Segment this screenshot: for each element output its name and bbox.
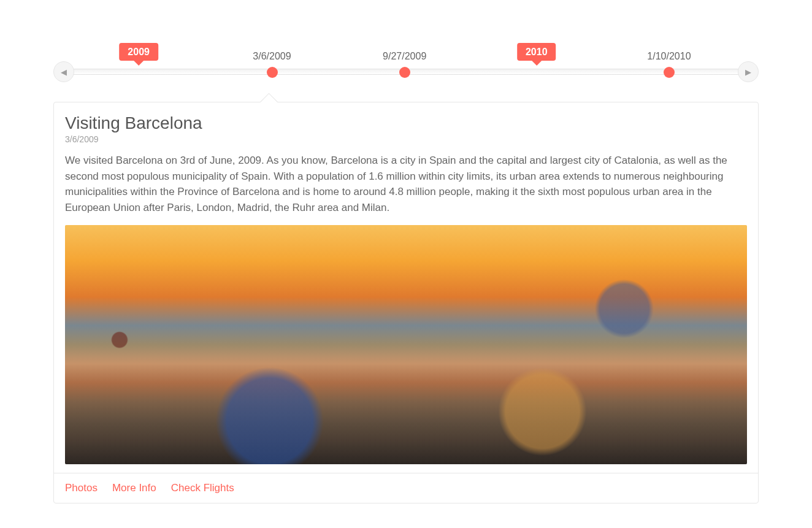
event-card: Visiting Barcelona 3/6/2009 We visited B… bbox=[53, 102, 759, 503]
timeline-event-label: 3/6/2009 bbox=[236, 50, 309, 62]
event-date: 3/6/2009 bbox=[65, 134, 747, 144]
chevron-left-icon: ◀ bbox=[61, 67, 67, 77]
timeline-year-flag: 2010 bbox=[517, 43, 556, 61]
event-description: We visited Barcelona on 3rd of June, 200… bbox=[65, 153, 747, 215]
timeline-event-dot bbox=[399, 67, 410, 78]
timeline-event-dot bbox=[267, 67, 278, 78]
timeline-next-button[interactable]: ▶ bbox=[738, 61, 759, 82]
photos-link[interactable]: Photos bbox=[65, 482, 98, 494]
timeline-event-label: 1/10/2010 bbox=[632, 50, 706, 62]
more-info-link[interactable]: More Info bbox=[112, 482, 156, 494]
timeline-event-dot bbox=[664, 67, 675, 78]
timeline-event[interactable]: 3/6/2009 bbox=[236, 25, 309, 78]
event-image bbox=[65, 225, 747, 464]
timeline-flag-label: 2010 bbox=[526, 47, 548, 57]
event-title: Visiting Barcelona bbox=[65, 113, 747, 133]
timeline: ◀ 2009 2010 3/6/2009 9/27/2009 1/10/2010… bbox=[53, 25, 759, 71]
check-flights-link[interactable]: Check Flights bbox=[171, 482, 234, 494]
event-actions: Photos More Info Check Flights bbox=[54, 473, 758, 503]
timeline-event[interactable]: 9/27/2009 bbox=[368, 25, 442, 78]
chevron-right-icon: ▶ bbox=[745, 67, 751, 77]
timeline-prev-button[interactable]: ◀ bbox=[53, 61, 74, 82]
timeline-flag-label: 2009 bbox=[128, 47, 150, 57]
timeline-event-label: 9/27/2009 bbox=[368, 50, 442, 62]
timeline-event[interactable]: 1/10/2010 bbox=[632, 25, 706, 78]
timeline-year-flag: 2009 bbox=[119, 43, 158, 61]
